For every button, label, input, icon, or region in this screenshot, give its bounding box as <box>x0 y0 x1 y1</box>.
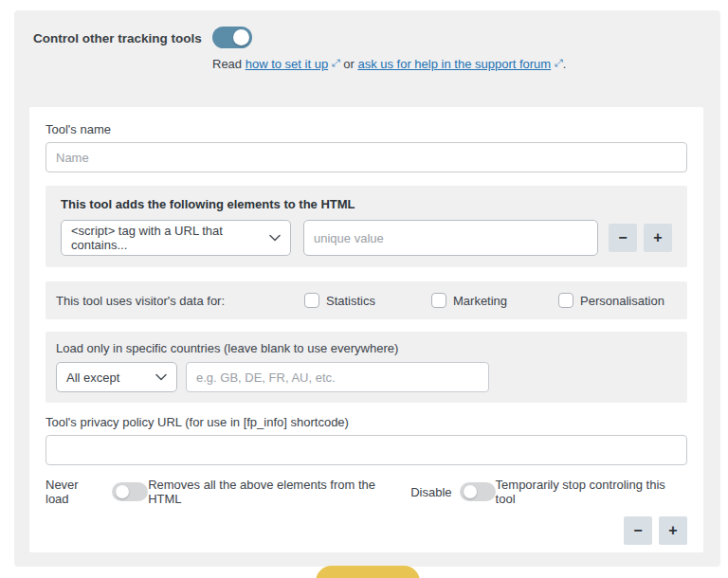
save-button[interactable] <box>316 566 420 578</box>
unique-value-input[interactable] <box>303 220 598 256</box>
sentence-end: . <box>563 57 567 71</box>
help-text: Read how to set it up ⤢︎ or ask us for h… <box>212 57 566 71</box>
header-controls: Read how to set it up ⤢︎ or ask us for h… <box>212 27 566 71</box>
disable-toggle[interactable] <box>460 482 496 501</box>
conjunction-text: or <box>343 57 355 71</box>
element-type-value: <script> tag with a URL that contains... <box>71 224 262 252</box>
data-usage-row: This tool uses visitor's data for: Stati… <box>46 281 687 319</box>
statistics-label: Statistics <box>326 294 375 308</box>
tool-card: Tool's name This tool adds the following… <box>29 107 703 552</box>
never-load-description: Removes all the above elements from the … <box>148 478 410 506</box>
countries-mode-value: All except <box>66 370 119 385</box>
countries-input[interactable] <box>186 362 489 392</box>
marketing-checkbox[interactable] <box>431 293 446 308</box>
add-element-button[interactable]: + <box>644 224 672 252</box>
never-load-group: Never load <box>46 478 148 506</box>
toggle-knob <box>464 485 477 498</box>
privacy-url-input[interactable] <box>46 435 687 465</box>
personalisation-checkbox-group[interactable]: Personalisation <box>558 293 685 308</box>
support-forum-link[interactable]: ask us for help in the support forum <box>357 57 551 71</box>
disable-label: Disable <box>410 485 451 499</box>
html-elements-box: This tool adds the following elements to… <box>46 186 687 267</box>
external-link-icon: ⤢︎ <box>332 57 340 69</box>
external-link-icon: ⤢︎ <box>555 57 563 69</box>
remove-tool-button[interactable]: − <box>624 516 652 545</box>
add-tool-button[interactable]: + <box>659 516 687 545</box>
settings-panel: Control other tracking tools Read how to… <box>14 10 720 567</box>
remove-element-button[interactable]: − <box>609 224 637 252</box>
statistics-checkbox[interactable] <box>304 293 319 308</box>
privacy-url-label: Tool's privacy policy URL (for use in [f… <box>46 415 687 429</box>
tool-name-input[interactable] <box>46 142 687 172</box>
html-elements-controls: <script> tag with a URL that contains...… <box>61 220 672 256</box>
chevron-down-icon <box>155 373 167 381</box>
chevron-down-icon <box>269 234 281 242</box>
personalisation-checkbox[interactable] <box>558 293 573 308</box>
header: Control other tracking tools Read how to… <box>14 10 720 71</box>
personalisation-label: Personalisation <box>580 294 664 308</box>
never-load-toggle[interactable] <box>112 482 148 501</box>
countries-mode-select[interactable]: All except <box>56 362 177 392</box>
control-tools-toggle[interactable] <box>212 27 252 48</box>
privacy-section: Tool's privacy policy URL (for use in [f… <box>46 415 687 465</box>
tool-name-label: Tool's name <box>46 122 687 136</box>
countries-controls: All except <box>56 362 677 392</box>
countries-label: Load only in specific countries (leave b… <box>56 341 677 355</box>
section-title: Control other tracking tools <box>33 27 212 71</box>
toggle-knob <box>116 485 129 498</box>
state-toggles-row: Never load Removes all the above element… <box>46 478 687 506</box>
setup-link[interactable]: how to set it up <box>246 57 328 71</box>
countries-box: Load only in specific countries (leave b… <box>46 332 687 403</box>
toggle-knob <box>233 29 249 45</box>
never-load-label: Never load <box>46 478 104 506</box>
marketing-checkbox-group[interactable]: Marketing <box>431 293 558 308</box>
read-prefix: Read <box>212 57 242 71</box>
statistics-checkbox-group[interactable]: Statistics <box>304 293 431 308</box>
disable-description: Temporarily stop controling this tool <box>496 478 687 506</box>
element-type-select[interactable]: <script> tag with a URL that contains... <box>61 220 291 256</box>
disable-group: Disable <box>410 482 495 501</box>
html-elements-heading: This tool adds the following elements to… <box>61 197 672 211</box>
data-usage-label: This tool uses visitor's data for: <box>56 294 304 308</box>
row-actions: − + <box>46 516 687 545</box>
marketing-label: Marketing <box>453 294 507 308</box>
